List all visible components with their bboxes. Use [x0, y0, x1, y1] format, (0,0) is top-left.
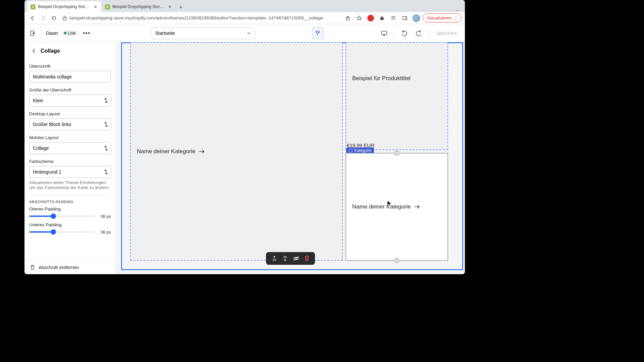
svg-point-2 [394, 18, 395, 19]
collage-collection-block[interactable]: Name deiner Kategorie [130, 42, 343, 261]
arrow-right-icon [199, 149, 204, 154]
collage-product-block[interactable]: Beispiel für Produkttitel €19,99 EUR Kat… [345, 42, 448, 150]
top-padding-value: 36 px [98, 214, 111, 219]
page-selector[interactable]: Startseite [151, 27, 255, 39]
reload-button[interactable] [49, 13, 59, 23]
desktop-layout-label: Desktop-Layout [29, 111, 111, 116]
update-button[interactable]: Aktualisieren ⋮ [423, 13, 462, 22]
redo-button[interactable] [413, 27, 425, 39]
puzzle-icon[interactable] [377, 13, 387, 23]
block-toolbar [266, 252, 315, 265]
share-icon[interactable] [343, 13, 353, 23]
side-panel-icon[interactable] [400, 13, 410, 23]
reading-list-icon[interactable] [388, 13, 398, 23]
desktop-view-icon[interactable] [378, 27, 390, 39]
undo-button[interactable] [398, 27, 411, 39]
mobile-layout-select[interactable]: Collage [29, 142, 111, 154]
collage-collection-block-2[interactable]: + Name deiner Kategorie + [345, 153, 448, 261]
bottom-padding-label: Unteres Padding [29, 222, 111, 227]
color-scheme-label: Farbschema [29, 159, 111, 164]
category-badge-icon [349, 149, 353, 153]
back-chevron[interactable] [30, 47, 38, 55]
move-up-icon[interactable] [271, 255, 277, 261]
color-scheme-select[interactable]: Hintergrund 1 [29, 166, 111, 178]
red-dot-icon[interactable] [366, 13, 376, 23]
product-title: Beispiel für Produkttitel [352, 75, 441, 82]
save-button: Speichern [433, 28, 461, 38]
new-tab-button[interactable]: + [176, 3, 185, 12]
delete-icon[interactable] [304, 255, 310, 261]
avatar[interactable] [411, 13, 421, 23]
tab-active[interactable]: S Beispiel Dropshipping Store · D ✕ [27, 1, 101, 12]
svg-rect-6 [381, 31, 387, 35]
padding-section-title: ABSCHNITTS-PADDING [29, 200, 111, 204]
heading-size-label: Größe der Überschrift [29, 87, 111, 93]
forward-button[interactable] [39, 13, 48, 23]
shopify-favicon: S [105, 4, 110, 9]
svg-rect-0 [63, 18, 66, 20]
chevron-down-icon [247, 32, 251, 34]
star-icon[interactable] [354, 13, 364, 23]
move-down-icon[interactable] [282, 255, 288, 261]
arrow-right-icon [414, 205, 420, 209]
add-block-bottom[interactable]: + [394, 257, 400, 263]
close-icon[interactable]: ✕ [93, 4, 98, 9]
collection-name: Name deiner Kategorie [137, 148, 196, 155]
collection-name-2: Name deiner Kategorie [352, 203, 411, 210]
bottom-padding-value: 36 px [98, 230, 111, 235]
hide-icon[interactable] [293, 255, 300, 261]
exit-editor-button[interactable] [24, 24, 41, 42]
top-padding-label: Oberes Padding [29, 206, 111, 212]
svg-rect-3 [403, 16, 407, 20]
tab-title: Beispiel Dropshipping Store · E [112, 4, 165, 9]
tabs-dropdown[interactable]: ⌄ [453, 7, 462, 12]
tab-inactive[interactable]: S Beispiel Dropshipping Store · E ✕ [102, 1, 175, 12]
svg-line-9 [294, 256, 299, 261]
live-badge: Live [61, 30, 78, 36]
theme-name: Dawn [46, 31, 58, 36]
close-icon[interactable]: ✕ [167, 4, 172, 9]
mobile-layout-label: Mobiles Layout [29, 135, 111, 140]
heading-label: Überschrift [29, 64, 111, 69]
remove-section-button[interactable]: Abschnitt entfernen [24, 260, 116, 274]
tab-title: Beispiel Dropshipping Store · D [38, 4, 91, 9]
lock-icon [63, 16, 67, 20]
inspector-toggle[interactable] [312, 27, 324, 39]
trash-icon [30, 265, 35, 270]
svg-rect-7 [349, 149, 352, 152]
more-menu[interactable]: ••• [82, 28, 92, 39]
desktop-layout-select[interactable]: Großer Block links [29, 118, 111, 130]
back-button[interactable] [28, 13, 37, 23]
bottom-padding-slider[interactable] [29, 229, 94, 235]
section-title: Collage [41, 48, 60, 54]
color-scheme-help: Aktualisiere deine Theme-Einstellungen, … [29, 180, 111, 190]
heading-size-select[interactable]: Klein [29, 95, 111, 107]
add-block-top[interactable]: + [394, 150, 400, 156]
heading-input[interactable] [29, 71, 111, 83]
url-text[interactable]: beispiel-dropshipping-store.myshopify.co… [69, 15, 323, 20]
shopify-favicon: S [31, 4, 36, 9]
top-padding-slider[interactable] [29, 214, 94, 219]
